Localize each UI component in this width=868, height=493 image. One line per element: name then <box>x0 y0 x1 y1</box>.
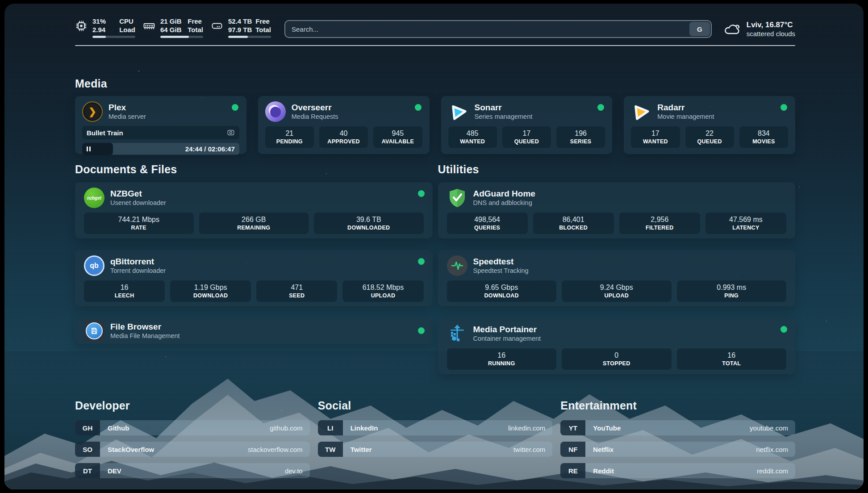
bookmark-stackoverflow[interactable]: SO StackOverflow stackoverflow.com <box>75 442 310 457</box>
cpu-load-value: 2.94 <box>92 25 106 34</box>
stat-value: 16 <box>497 351 505 360</box>
app-title: Plex <box>108 102 146 113</box>
app-card-portainer[interactable]: Media Portainer Container management 16 … <box>438 318 796 374</box>
stat-label: LATENCY <box>732 224 759 232</box>
app-subtitle: Torrent downloader <box>110 267 166 275</box>
stat-label: UPLOAD <box>604 292 629 300</box>
app-card-qbittorrent[interactable]: qb qBittorrent Torrent downloader 16 LEE… <box>75 250 433 306</box>
stat-value: 9.24 Gbps <box>600 283 633 292</box>
bookmark-label: LinkedIn <box>343 420 508 435</box>
ram-icon <box>143 20 155 32</box>
stat-queued: 22 QUEUED <box>685 126 734 148</box>
stat-running: 16 RUNNING <box>447 348 557 370</box>
bookmark-netflix[interactable]: NF Netflix netflix.com <box>560 442 795 457</box>
bookmark-group-social: Social LI LinkedIn linkedin.com TW Twitt… <box>318 399 553 478</box>
stat-value: 945 <box>392 129 404 138</box>
overseerr-icon <box>265 101 286 122</box>
bookmark-abbr: TW <box>318 442 343 457</box>
bookmark-abbr: SO <box>75 442 100 457</box>
stat-queued: 17 QUEUED <box>502 126 551 148</box>
stat-total: 16 TOTAL <box>677 348 787 370</box>
section-title-social: Social <box>318 399 553 412</box>
app-card-nzbget[interactable]: nzbget NZBGet Usenet downloader 744.21 M… <box>75 182 433 238</box>
stat-value: 40 <box>340 129 348 138</box>
stat-value: 39.6 TB <box>356 215 381 224</box>
app-card-sonarr[interactable]: Sonarr Series management 485 WANTED 17 Q… <box>441 96 613 154</box>
header: 31% 2.94 CPU Load <box>75 4 795 38</box>
app-subtitle: Media File Management <box>110 332 180 340</box>
disk-progress-track <box>228 36 271 38</box>
stat-value: 498,564 <box>474 215 500 224</box>
bookmark-abbr: LI <box>318 420 343 435</box>
ram-label-1: Free <box>188 17 203 25</box>
app-card-radarr[interactable]: Radarr Movie management 17 WANTED 22 QUE… <box>624 96 795 154</box>
app-title: qBittorrent <box>110 256 166 267</box>
bookmark-linkedin[interactable]: LI LinkedIn linkedin.com <box>318 420 553 435</box>
stat-label: APPROVED <box>327 138 360 146</box>
disk-progress-fill <box>228 36 248 38</box>
stat-value: 0 <box>614 351 618 360</box>
stat-value: 16 <box>727 351 735 360</box>
stat-value: 86,401 <box>563 215 584 224</box>
cpu-icon <box>75 20 88 32</box>
stat-value: 1.19 Gbps <box>194 283 227 292</box>
stat-label: TOTAL <box>722 360 741 368</box>
bookmark-label: YouTube <box>585 420 750 435</box>
stat-label: LEECH <box>115 292 134 300</box>
bookmark-dev[interactable]: DT DEV dev.to <box>75 463 310 478</box>
app-title: NZBGet <box>110 188 166 199</box>
app-card-overseerr[interactable]: Overseerr Media Requests 21 PENDING 40 A… <box>258 96 430 154</box>
weather-widget: Lviv, 16.87°C scattered clouds <box>723 20 795 38</box>
app-title: Radarr <box>657 102 714 113</box>
adguard-icon <box>447 188 467 208</box>
app-title: AdGuard Home <box>473 188 535 199</box>
app-card-adguard[interactable]: AdGuard Home DNS and adblocking 498,564 … <box>438 182 796 238</box>
search-input[interactable] <box>285 25 689 33</box>
app-title: Speedtest <box>473 256 529 267</box>
media-card-grid: ❯ Plex Media server Bullet Train <box>75 96 795 154</box>
bookmark-group-entertainment: Entertainment YT YouTube youtube.com NF … <box>560 399 795 478</box>
status-dot-online <box>415 104 421 111</box>
stat-value: 2,956 <box>651 215 668 224</box>
plex-time-display: 24:44 / 02:06:47 <box>185 143 235 155</box>
bookmark-youtube[interactable]: YT YouTube youtube.com <box>560 420 795 435</box>
stat-label: DOWNLOAD <box>484 292 519 300</box>
bookmark-group-developer: Developer GH Github github.com SO StackO… <box>75 399 310 478</box>
cpu-label-1: CPU <box>119 17 135 25</box>
plex-progress-bar: 24:44 / 02:06:47 <box>82 143 239 155</box>
cpu-label-2: Load <box>119 25 135 34</box>
stat-leech: 16 LEECH <box>84 280 165 302</box>
video-icon <box>227 129 235 137</box>
search-engine-button[interactable]: G <box>689 22 710 36</box>
plex-now-playing-row: Bullet Train <box>82 126 239 139</box>
stat-queries: 498,564 QUERIES <box>447 213 528 234</box>
app-card-speedtest[interactable]: Speedtest Speedtest Tracking 9.65 Gbps D… <box>438 250 796 306</box>
sonarr-icon <box>448 101 469 122</box>
app-subtitle: Series management <box>475 113 533 121</box>
utilities-column: Utilities AdGuard Home <box>438 163 796 374</box>
stat-label: DOWNLOAD <box>193 292 228 300</box>
app-card-plex[interactable]: ❯ Plex Media server Bullet Train <box>75 96 246 154</box>
bookmark-label: Github <box>100 420 270 435</box>
app-card-filebrowser[interactable]: File Browser Media File Management <box>75 318 433 344</box>
bookmark-twitter[interactable]: TW Twitter twitter.com <box>318 442 553 457</box>
cpu-progress-track <box>92 36 135 38</box>
bookmark-reddit[interactable]: RE Reddit reddit.com <box>560 463 795 478</box>
cpu-usage-value: 31% <box>92 17 106 25</box>
bookmark-label: DEV <box>100 463 285 478</box>
stat-stopped: 0 STOPPED <box>562 348 672 370</box>
ram-total-value: 64 GiB <box>160 25 182 34</box>
system-stats: 31% 2.94 CPU Load <box>75 17 271 38</box>
bookmark-abbr: DT <box>75 463 100 478</box>
speedtest-icon <box>447 255 467 276</box>
portainer-icon <box>447 323 467 344</box>
now-playing-title: Bullet Train <box>87 129 227 137</box>
stat-download: 1.19 Gbps DOWNLOAD <box>170 280 251 302</box>
bookmark-url: dev.to <box>285 463 310 478</box>
weather-condition: scattered clouds <box>747 29 795 38</box>
stat-blocked: 86,401 BLOCKED <box>533 213 614 234</box>
dashboard-screen: 31% 2.94 CPU Load <box>4 4 864 489</box>
stat-label: AVAILABLE <box>382 138 414 146</box>
bookmark-github[interactable]: GH Github github.com <box>75 420 310 435</box>
weather-location-temp: Lviv, 16.87°C <box>747 20 795 29</box>
